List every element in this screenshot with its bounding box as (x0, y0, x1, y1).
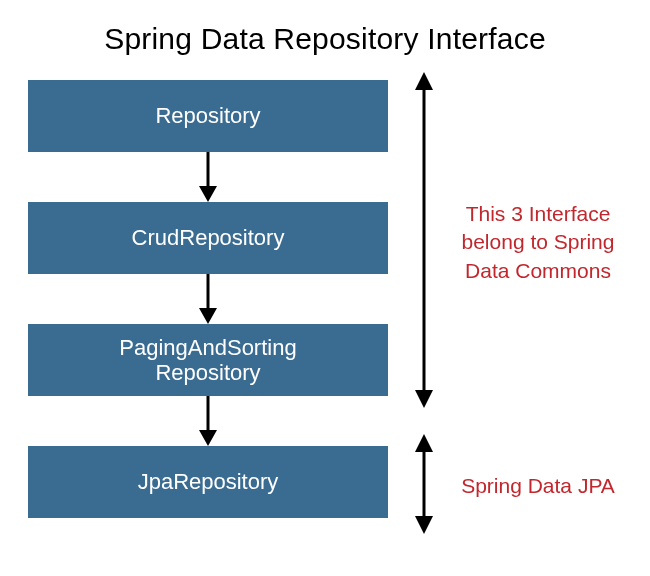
svg-marker-1 (199, 186, 217, 202)
box-crud-repository: CrudRepository (28, 202, 388, 274)
svg-marker-11 (415, 516, 433, 534)
annotation-jpa: Spring Data JPA (448, 472, 628, 500)
bracket-commons (411, 72, 437, 408)
diagram-title: Spring Data Repository Interface (0, 22, 650, 56)
svg-marker-8 (415, 390, 433, 408)
arrow-down-2 (196, 274, 220, 324)
svg-marker-3 (199, 308, 217, 324)
svg-marker-5 (199, 430, 217, 446)
arrow-down-3 (196, 396, 220, 446)
bracket-jpa (411, 434, 437, 534)
annotation-commons: This 3 Interface belong to Spring Data C… (448, 200, 628, 285)
box-jpa-repository: JpaRepository (28, 446, 388, 518)
arrow-down-1 (196, 152, 220, 202)
box-jpa-repository-label: JpaRepository (138, 469, 279, 494)
box-repository: Repository (28, 80, 388, 152)
box-paging-and-sorting-repository-label: PagingAndSortingRepository (119, 335, 296, 386)
box-crud-repository-label: CrudRepository (132, 225, 285, 250)
box-repository-label: Repository (155, 103, 260, 128)
box-paging-and-sorting-repository: PagingAndSortingRepository (28, 324, 388, 396)
